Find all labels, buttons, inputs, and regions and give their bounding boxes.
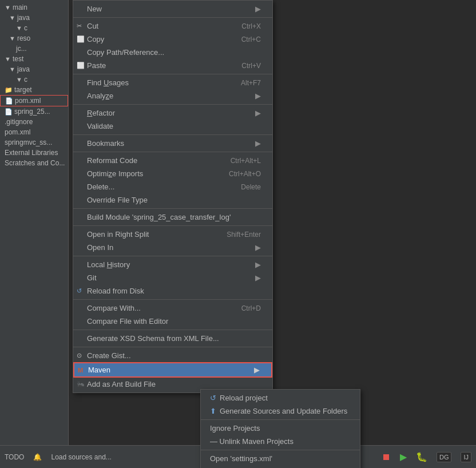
arrow-icon: ▶ [255, 5, 261, 13]
submenu-separator [201, 450, 360, 450]
run-icon[interactable]: ▶ [400, 451, 407, 462]
menu-separator [73, 134, 272, 135]
menu-item-paste[interactable]: ⬜ Paste Ctrl+V [73, 59, 272, 72]
menu-item-git[interactable]: Git ▶ [73, 271, 272, 284]
menu-separator [73, 104, 272, 105]
arrow-icon: ▶ [255, 109, 261, 117]
folder-icon: ▼ [9, 14, 15, 21]
menu-item-reformat[interactable]: Reformat Code Ctrl+Alt+L [73, 154, 272, 167]
menu-separator [73, 152, 272, 152]
tree-item-java2[interactable]: ▼ java [0, 64, 68, 74]
github-icon: ⊙ [77, 352, 82, 359]
context-menu: New ▶ ✂ Cut Ctrl+X ⬜ Copy Ctrl+C Copy Pa… [73, 0, 273, 393]
menu-separator [73, 330, 272, 330]
tree-item-scratches[interactable]: Scratches and Co... [0, 158, 68, 168]
menu-item-reload-from-disk[interactable]: ↺ Reload from Disk [73, 284, 272, 298]
stop-icon[interactable]: ⏹ [382, 452, 391, 462]
generate-icon: ⬆ [210, 407, 216, 415]
menu-item-analyze[interactable]: Analyze ▶ [73, 89, 272, 102]
menu-item-open-right-split[interactable]: Open in Right Split Shift+Enter [73, 228, 272, 241]
tree-item-reso[interactable]: ▼ reso [0, 33, 68, 43]
ant-icon: 🐜 [77, 380, 85, 388]
file-icon: 📄 [5, 97, 13, 105]
menu-item-open-in[interactable]: Open In ▶ [73, 241, 272, 254]
menu-item-build-module[interactable]: Build Module 'spring_25_case_transfer_lo… [73, 211, 272, 224]
tree-item-test[interactable]: ▼ test [0, 54, 68, 64]
app-icon-dg[interactable]: DG [437, 452, 452, 462]
menu-separator [73, 74, 272, 74]
todo-label[interactable]: TODO [5, 453, 24, 461]
menu-item-validate[interactable]: Validate [73, 120, 272, 133]
folder-icon: ▼ [5, 55, 11, 62]
arrow-icon: ▶ [255, 260, 261, 269]
arrow-icon: ▶ [254, 366, 260, 374]
menu-item-delete[interactable]: Delete... Delete [73, 180, 272, 193]
copy-icon: ⬜ [77, 35, 85, 43]
tree-item-spring25[interactable]: 📄 spring_25... [0, 106, 68, 117]
menu-item-copy-path[interactable]: Copy Path/Reference... [73, 46, 272, 59]
maven-submenu: ↺ Reload project ⬆ Generate Sources and … [200, 389, 360, 468]
paste-icon: ⬜ [77, 62, 85, 69]
menu-item-cut[interactable]: ✂ Cut Ctrl+X [73, 19, 272, 33]
menu-item-maven[interactable]: M Maven ▶ [73, 362, 272, 378]
submenu-item-unlink-maven[interactable]: — Unlink Maven Projects [201, 435, 360, 448]
tree-item-gitignore[interactable]: .gitignore [0, 117, 68, 127]
menu-item-refactor[interactable]: Refactor ▶ [73, 106, 272, 120]
notification-icon[interactable]: 🔔 [33, 453, 42, 461]
menu-item-generate-xsd[interactable]: Generate XSD Schema from XML File... [73, 332, 272, 345]
app-icon-ij[interactable]: IJ [461, 452, 471, 462]
tree-item-springmvc[interactable]: springmvc_ss... [0, 137, 68, 148]
arrow-icon: ▶ [255, 273, 261, 282]
submenu-item-open-settings[interactable]: Open 'settings.xml' [201, 452, 360, 465]
submenu-separator [201, 419, 360, 420]
tree-item-target[interactable]: 📁 target [0, 85, 68, 95]
folder-icon: ▼ [5, 4, 11, 11]
tree-item-c1[interactable]: ▼ c [0, 23, 68, 33]
tree-item-jc[interactable]: jc... [0, 43, 68, 54]
arrow-icon: ▶ [255, 139, 261, 148]
menu-item-local-history[interactable]: Local History ▶ [73, 258, 272, 271]
menu-item-create-gist[interactable]: ⊙ Create Gist... [73, 349, 272, 362]
menu-item-optimize-imports[interactable]: Optimize Imports Ctrl+Alt+O [73, 167, 272, 180]
menu-item-new[interactable]: New ▶ [73, 2, 272, 15]
folder-icon: ▼ [9, 66, 15, 73]
arrow-icon: ▶ [255, 92, 261, 100]
submenu-item-create-profiles[interactable]: Create 'profiles.xml' [201, 465, 360, 468]
tree-item-pom2[interactable]: pom.xml [0, 127, 68, 137]
menu-item-bookmarks[interactable]: Bookmarks ▶ [73, 137, 272, 150]
tree-item-pomxml[interactable]: 📄 pom.xml [0, 95, 68, 106]
arrow-icon: ▶ [255, 243, 261, 252]
menu-separator [73, 256, 272, 256]
maven-icon: M [78, 367, 83, 374]
submenu-item-ignore-projects[interactable]: Ignore Projects [201, 422, 360, 435]
tree-item-java[interactable]: ▼ java [0, 13, 68, 23]
folder-icon: ▼ [9, 35, 15, 42]
reload-icon: ↺ [210, 394, 216, 402]
menu-item-compare-file[interactable]: Compare File with Editor [73, 315, 272, 328]
menu-separator [73, 299, 272, 300]
debug-icon[interactable]: 🐛 [416, 451, 427, 462]
file-tree: ▼ main ▼ java ▼ c ▼ reso jc... ▼ test ▼ … [0, 0, 69, 468]
tree-item-main[interactable]: ▼ main [0, 2, 68, 13]
menu-item-copy[interactable]: ⬜ Copy Ctrl+C [73, 33, 272, 46]
menu-item-find-usages[interactable]: Find Usages Alt+F7 [73, 76, 272, 89]
cut-icon: ✂ [77, 22, 82, 30]
folder-icon: ▼ [16, 25, 22, 31]
file-icon: 📄 [5, 108, 13, 116]
folder-icon: 📁 [5, 86, 13, 94]
reload-icon: ↺ [77, 287, 82, 295]
menu-separator [73, 208, 272, 209]
tree-item-c2[interactable]: ▼ c [0, 74, 68, 85]
menu-separator [73, 347, 272, 347]
menu-item-override-filetype[interactable]: Override File Type [73, 193, 272, 207]
menu-separator [73, 17, 272, 18]
tree-item-external-libs[interactable]: External Libraries [0, 148, 68, 158]
submenu-item-reload-project[interactable]: ↺ Reload project [201, 391, 360, 404]
menu-separator [73, 225, 272, 226]
folder-icon: ▼ [16, 76, 22, 83]
status-text: Load sources and... [51, 453, 111, 461]
menu-item-compare-with[interactable]: Compare With... Ctrl+D [73, 302, 272, 315]
submenu-item-generate-sources[interactable]: ⬆ Generate Sources and Update Folders [201, 404, 360, 418]
